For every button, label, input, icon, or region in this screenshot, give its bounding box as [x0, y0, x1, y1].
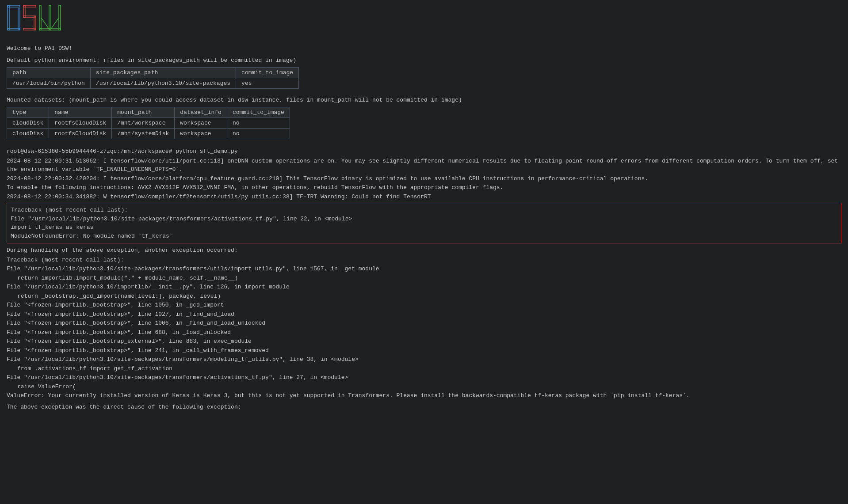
ds-cell-info-0: workspace — [175, 118, 227, 129]
between-traceback-text: During handling of the above exception, … — [7, 246, 841, 255]
traceback-second-line-12: File "/usr/local/lib/python3.10/site-pac… — [7, 373, 841, 382]
ds-row-0: cloudDisk rootfsCloudDisk /mnt/workspace… — [7, 118, 290, 129]
dsw-logo — [7, 4, 64, 35]
traceback-second-header: Traceback (most recent call last): — [7, 256, 841, 265]
ds-col-type: type — [7, 107, 49, 118]
ds-col-commit: commit_to_image — [227, 107, 290, 118]
svg-line-15 — [51, 18, 59, 29]
ds-cell-commit-0: no — [227, 118, 290, 129]
ds-cell-name-0: rootfsCloudDisk — [49, 118, 112, 129]
traceback-first-line-2: ModuleNotFoundError: No module named 'tf… — [11, 232, 837, 241]
traceback-second-line-10: File "/usr/local/lib/python3.10/site-pac… — [7, 355, 841, 364]
traceback-second-line-7: File "<frozen importlib._bootstrap>", li… — [7, 328, 841, 337]
traceback-first-line-0: File "/usr/local/lib/python3.10/site-pac… — [11, 215, 837, 224]
traceback-second-line-1: return importlib.import_module("." + mod… — [7, 274, 841, 283]
python-env-col-site: site_packages_path — [90, 68, 236, 78]
welcome-message: Welcome to PAI DSW! — [7, 45, 841, 52]
traceback-second-line-4: File "<frozen importlib._bootstrap>", li… — [7, 301, 841, 310]
traceback-second-line-9: File "<frozen importlib._bootstrap>", li… — [7, 346, 841, 355]
traceback-first-line-1: import tf_keras as keras — [11, 223, 837, 232]
python-env-col-path: path — [7, 68, 91, 78]
svg-rect-3 — [18, 9, 20, 29]
logo-container — [7, 4, 841, 37]
svg-rect-11 — [59, 5, 61, 30]
traceback-second-line-8: File "<frozen importlib._bootstrap_exter… — [7, 337, 841, 346]
python-env-title: Default python environment: (files in si… — [7, 57, 841, 64]
python-env-table: path site_packages_path commit_to_image … — [7, 67, 299, 89]
ds-cell-mount-0: /mnt/workspace — [112, 118, 175, 129]
traceback-second-line-2: File "/usr/local/lib/python3.10/importli… — [7, 283, 841, 292]
svg-line-14 — [41, 18, 49, 29]
python-env-cell-commit: yes — [236, 78, 299, 89]
python-env-row-0: /usr/local/bin/python /usr/local/lib/pyt… — [7, 78, 299, 89]
traceback-second-line-6: File "<frozen importlib._bootstrap>", li… — [7, 319, 841, 328]
traceback-first-header: Traceback (most recent call last): — [11, 206, 837, 215]
terminal-section: root@dsw-615380-55b9944446-z7zqc:/mnt/wo… — [7, 147, 841, 411]
log-line-3: 2024-08-12 22:00:34.341882: W tensorflow… — [7, 193, 841, 201]
svg-rect-7 — [34, 17, 36, 29]
traceback-second-line-13: raise ValueError( — [7, 383, 841, 391]
ds-row-1: cloudDisk rootfsCloudDisk /mnt/systemDis… — [7, 129, 290, 139]
traceback-second-line-14: ValueError: Your currently installed ver… — [7, 391, 841, 400]
python-env-cell-site: /usr/local/lib/python3.10/site-packages — [90, 78, 236, 89]
mounted-datasets-title: Mounted datasets: (mount_path is where y… — [7, 97, 841, 103]
ds-col-name: name — [49, 107, 112, 118]
log-line-1: 2024-08-12 22:00:32.420204: I tensorflow… — [7, 174, 841, 183]
ds-cell-info-1: workspace — [175, 129, 227, 139]
log-line-2: To enable the following instructions: AV… — [7, 183, 841, 192]
python-env-col-commit: commit_to_image — [236, 68, 299, 78]
traceback-first-box: Traceback (most recent call last): File … — [7, 203, 841, 243]
svg-rect-9 — [39, 5, 41, 30]
ds-col-mount: mount_path — [112, 107, 175, 118]
log-line-0: 2024-08-12 22:00:31.513062: I tensorflow… — [7, 157, 841, 174]
terminal-command: root@dsw-615380-55b9944446-z7zqc:/mnt/wo… — [7, 147, 841, 156]
ds-cell-commit-1: no — [227, 129, 290, 139]
traceback-second-line-0: File "/usr/local/lib/python3.10/site-pac… — [7, 265, 841, 273]
traceback-second-line-5: File "<frozen importlib._bootstrap>", li… — [7, 310, 841, 319]
ds-cell-type-1: cloudDisk — [7, 129, 49, 139]
ds-cell-mount-1: /mnt/systemDisk — [112, 129, 175, 139]
ds-col-info: dataset_info — [175, 107, 227, 118]
final-exception-text: The above exception was the direct cause… — [7, 403, 841, 412]
python-env-cell-path: /usr/local/bin/python — [7, 78, 91, 89]
svg-rect-10 — [49, 5, 51, 30]
traceback-second-line-3: return _bootstrap._gcd_import(name[level… — [7, 292, 841, 301]
traceback-second-line-11: from .activations_tf import get_tf_activ… — [7, 364, 841, 373]
mounted-datasets-table: type name mount_path dataset_info commit… — [7, 107, 290, 139]
ds-cell-type-0: cloudDisk — [7, 118, 49, 129]
ds-cell-name-1: rootfsCloudDisk — [49, 129, 112, 139]
svg-rect-0 — [8, 5, 9, 30]
